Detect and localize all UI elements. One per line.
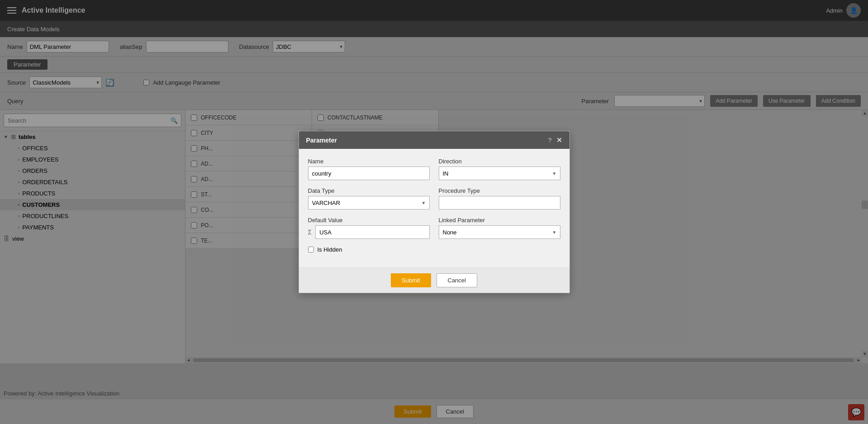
modal-linked-param-select-wrapper: None ▼ [439,225,560,239]
modal-direction-field: Direction IN OUT INOUT ▼ [439,158,560,180]
modal-row-2: Data Type VARCHAR INTEGER DATE BOOLEAN F… [308,187,560,210]
modal-name-field: Name [308,158,430,180]
modal-direction-label: Direction [439,158,560,165]
modal-name-input[interactable] [308,167,430,180]
is-hidden-checkbox[interactable] [308,247,314,252]
modal-direction-select[interactable]: IN OUT INOUT [439,167,560,180]
modal-header: Parameter ? ✕ [299,131,569,149]
modal-overlay: Parameter ? ✕ Name Direction IN [0,0,868,424]
default-value-row: Σ [308,225,430,239]
modal-procedure-type-field: Procedure Type [439,187,560,210]
modal-linked-param-label: Linked Parameter [439,217,560,224]
modal-close-icon[interactable]: ✕ [556,136,562,144]
modal-data-type-select-wrapper: VARCHAR INTEGER DATE BOOLEAN FLOAT ▼ [308,196,430,210]
modal-row-3: Default Value Σ Linked Parameter None ▼ [308,217,560,239]
modal-data-type-label: Data Type [308,187,430,194]
modal-header-actions: ? ✕ [548,136,562,144]
modal-data-type-field: Data Type VARCHAR INTEGER DATE BOOLEAN F… [308,187,430,210]
modal-linked-param-select[interactable]: None [439,225,560,239]
modal-default-value-input[interactable] [315,225,429,239]
parameter-modal: Parameter ? ✕ Name Direction IN [299,131,570,293]
modal-name-label: Name [308,158,430,165]
modal-cancel-button[interactable]: Cancel [436,273,477,287]
modal-help-icon[interactable]: ? [548,137,552,144]
modal-body: Name Direction IN OUT INOUT ▼ [299,149,569,267]
modal-title: Parameter [306,137,337,144]
modal-submit-button[interactable]: Submit [391,273,431,287]
modal-default-value-field: Default Value Σ [308,217,430,239]
modal-direction-select-wrapper: IN OUT INOUT ▼ [439,167,560,180]
is-hidden-row: Is Hidden [308,246,560,253]
modal-procedure-type-input[interactable] [439,196,560,210]
sigma-icon: Σ [308,229,312,236]
modal-row-1: Name Direction IN OUT INOUT ▼ [308,158,560,180]
modal-footer: Submit Cancel [299,267,569,293]
modal-linked-param-field: Linked Parameter None ▼ [439,217,560,239]
modal-procedure-type-label: Procedure Type [439,187,560,194]
modal-data-type-select[interactable]: VARCHAR INTEGER DATE BOOLEAN FLOAT [308,196,430,210]
modal-default-value-label: Default Value [308,217,430,224]
is-hidden-label: Is Hidden [318,246,342,253]
